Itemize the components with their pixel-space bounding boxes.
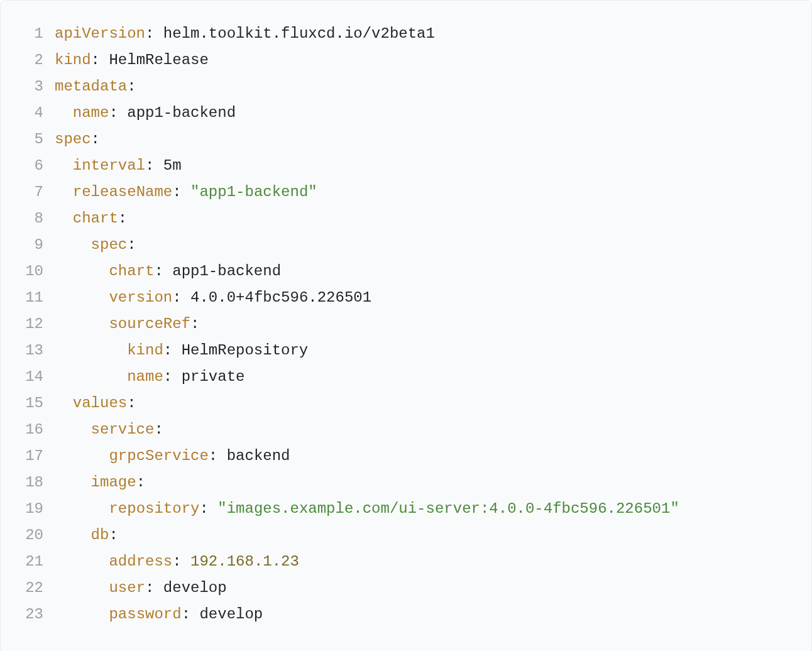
- code-token: app1-backend: [163, 263, 281, 280]
- line-content: kind: HelmRelease: [55, 47, 209, 74]
- code-token: sourceRef: [109, 315, 190, 332]
- code-token: :: [145, 579, 154, 596]
- code-token: user: [109, 579, 145, 596]
- line-number: 1: [16, 21, 43, 47]
- code-line: 19 repository: "images.example.com/ui-se…: [16, 496, 796, 522]
- code-token: backend: [217, 447, 290, 464]
- code-token: :: [91, 52, 100, 68]
- line-number: 3: [16, 74, 43, 100]
- line-number: 12: [16, 311, 43, 337]
- code-line: 17 grpcService: backend: [16, 443, 796, 469]
- code-token: :: [154, 263, 163, 280]
- line-number: 4: [16, 100, 43, 126]
- line-content: kind: HelmRepository: [55, 337, 308, 364]
- code-line: 23 password: develop: [16, 601, 796, 628]
- code-block: 1apiVersion: helm.toolkit.fluxcd.io/v2be…: [0, 0, 812, 651]
- code-line: 15 values:: [16, 390, 796, 417]
- code-line: 18 image:: [16, 469, 796, 496]
- line-number: 6: [16, 153, 43, 179]
- line-content: db:: [55, 522, 118, 549]
- line-number: 21: [16, 549, 43, 575]
- line-content: address: 192.168.1.23: [55, 549, 299, 575]
- code-line: 11 version: 4.0.0+4fbc596.226501: [16, 285, 796, 311]
- code-line: 2kind: HelmRelease: [16, 47, 796, 74]
- code-token: :: [91, 131, 100, 148]
- code-line: 4 name: app1-backend: [16, 100, 796, 126]
- code-token: "app1-backend": [190, 183, 317, 200]
- code-token: :: [145, 157, 154, 174]
- code-line: 22 user: develop: [16, 575, 796, 601]
- line-number: 22: [16, 575, 43, 601]
- code-line: 10 chart: app1-backend: [16, 258, 796, 285]
- code-token: name: [73, 104, 109, 121]
- line-number: 10: [16, 258, 43, 285]
- code-token: password: [109, 606, 181, 623]
- code-token: :: [109, 527, 118, 544]
- code-token: :: [172, 289, 181, 306]
- line-number: 9: [16, 232, 43, 258]
- line-content: apiVersion: helm.toolkit.fluxcd.io/v2bet…: [55, 21, 435, 47]
- code-token: HelmRepository: [172, 342, 308, 359]
- line-number: 8: [16, 205, 43, 232]
- code-token: version: [109, 289, 172, 306]
- line-content: spec:: [55, 232, 136, 258]
- line-content: sourceRef:: [55, 311, 199, 337]
- code-line: 21 address: 192.168.1.23: [16, 549, 796, 575]
- line-number: 13: [16, 337, 43, 364]
- line-content: repository: "images.example.com/ui-serve…: [55, 496, 679, 522]
- line-content: name: private: [55, 364, 244, 390]
- line-number: 16: [16, 417, 43, 443]
- code-line: 16 service:: [16, 417, 796, 443]
- code-line: 5spec:: [16, 126, 796, 153]
- code-token: :: [172, 553, 181, 570]
- code-token: :: [163, 342, 172, 359]
- code-token: :: [136, 474, 145, 491]
- line-number: 17: [16, 443, 43, 469]
- code-line: 1apiVersion: helm.toolkit.fluxcd.io/v2be…: [16, 21, 796, 47]
- code-line: 6 interval: 5m: [16, 153, 796, 179]
- line-content: version: 4.0.0+4fbc596.226501: [55, 285, 371, 311]
- code-token: :: [199, 500, 208, 517]
- code-token: :: [127, 78, 136, 95]
- code-token: "images.example.com/ui-server:4.0.0-4fbc…: [217, 500, 679, 517]
- line-content: metadata:: [55, 74, 136, 100]
- line-number: 14: [16, 364, 43, 390]
- code-token: :: [118, 210, 127, 227]
- code-token: :: [127, 395, 136, 412]
- code-token: [182, 183, 190, 200]
- line-content: values:: [55, 390, 136, 417]
- code-token: grpcService: [109, 447, 208, 464]
- line-content: service:: [55, 417, 163, 443]
- line-content: image:: [55, 469, 145, 496]
- code-token: :: [127, 236, 136, 253]
- code-token: private: [172, 368, 244, 385]
- code-token: db: [91, 527, 109, 544]
- line-number: 23: [16, 601, 43, 628]
- code-line: 13 kind: HelmRepository: [16, 337, 796, 364]
- code-token: image: [91, 474, 136, 491]
- code-token: spec: [55, 131, 91, 148]
- code-token: values: [73, 395, 127, 412]
- code-token: service: [91, 421, 155, 438]
- code-token: develop: [190, 606, 263, 623]
- code-token: :: [209, 447, 217, 464]
- code-token: :: [190, 315, 199, 332]
- code-token: :: [145, 25, 154, 42]
- code-token: helm.toolkit.fluxcd.io/v2beta1: [154, 25, 434, 42]
- line-content: spec:: [55, 126, 100, 153]
- code-token: develop: [154, 579, 226, 596]
- code-token: :: [109, 104, 118, 121]
- code-token: repository: [109, 500, 199, 517]
- code-line: 3metadata:: [16, 74, 796, 100]
- line-content: chart:: [55, 205, 127, 232]
- line-number: 7: [16, 179, 43, 205]
- code-token: chart: [109, 263, 154, 280]
- code-token: :: [172, 183, 181, 200]
- line-content: interval: 5m: [55, 153, 182, 179]
- code-token: :: [182, 606, 190, 623]
- line-content: password: develop: [55, 601, 263, 628]
- code-token: apiVersion: [55, 25, 145, 42]
- code-line: 8 chart:: [16, 205, 796, 232]
- code-token: HelmRelease: [100, 52, 209, 68]
- code-token: app1-backend: [118, 104, 236, 121]
